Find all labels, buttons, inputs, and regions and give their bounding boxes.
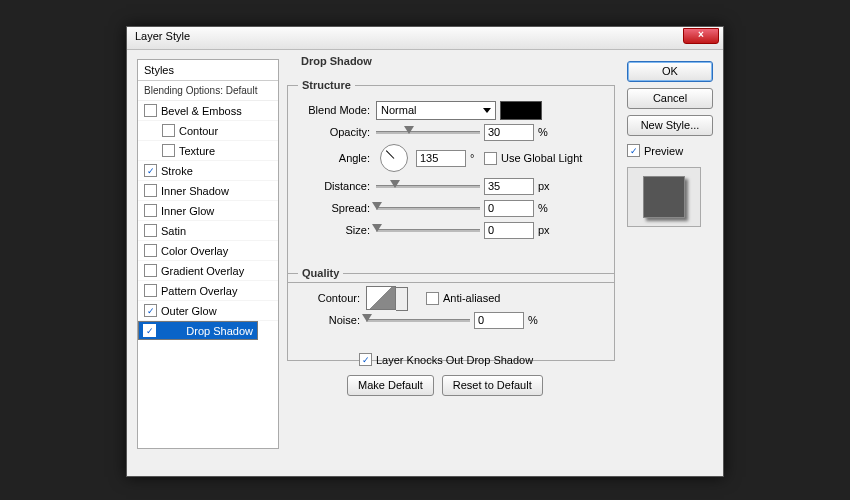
style-checkbox[interactable] xyxy=(162,144,175,157)
style-checkbox[interactable] xyxy=(162,124,175,137)
style-item-label: Inner Shadow xyxy=(161,185,229,197)
style-item-label: Bevel & Emboss xyxy=(161,105,242,117)
angle-dial[interactable] xyxy=(380,144,408,172)
preview-swatch xyxy=(643,176,685,218)
opacity-slider[interactable] xyxy=(376,125,480,139)
blend-mode-label: Blend Mode: xyxy=(298,104,372,116)
style-item-label: Inner Glow xyxy=(161,205,214,217)
style-item-gradient-overlay[interactable]: Gradient Overlay xyxy=(138,261,278,281)
structure-group: Structure Blend Mode: Normal Opacity: 30… xyxy=(287,79,615,283)
noise-input[interactable]: 0 xyxy=(474,312,524,329)
knockout-checkbox[interactable]: ✓ xyxy=(359,353,372,366)
blend-mode-select[interactable]: Normal xyxy=(376,101,496,120)
style-item-texture[interactable]: Texture xyxy=(138,141,278,161)
style-checkbox[interactable] xyxy=(144,264,157,277)
style-item-stroke[interactable]: ✓Stroke xyxy=(138,161,278,181)
cancel-button[interactable]: Cancel xyxy=(627,88,713,109)
reset-default-button[interactable]: Reset to Default xyxy=(442,375,543,396)
titlebar[interactable]: Layer Style × xyxy=(127,27,723,50)
style-checkbox[interactable] xyxy=(144,104,157,117)
style-item-color-overlay[interactable]: Color Overlay xyxy=(138,241,278,261)
dialog-title: Layer Style xyxy=(135,30,190,42)
distance-input[interactable]: 35 xyxy=(484,178,534,195)
styles-header[interactable]: Styles xyxy=(138,60,278,81)
spread-label: Spread: xyxy=(298,202,372,214)
contour-picker[interactable] xyxy=(366,286,396,310)
contour-label: Contour: xyxy=(298,292,362,304)
preview-checkbox[interactable]: ✓ xyxy=(627,144,640,157)
make-default-button[interactable]: Make Default xyxy=(347,375,434,396)
angle-input[interactable]: 135 xyxy=(416,150,466,167)
style-item-outer-glow[interactable]: ✓Outer Glow xyxy=(138,301,278,321)
new-style-button[interactable]: New Style... xyxy=(627,115,713,136)
style-checkbox[interactable]: ✓ xyxy=(144,164,157,177)
quality-group: Quality Contour: Anti-aliased Noise: 0 % xyxy=(287,267,615,361)
style-checkbox[interactable]: ✓ xyxy=(143,324,156,337)
chevron-down-icon xyxy=(401,295,407,299)
style-item-label: Outer Glow xyxy=(161,305,217,317)
style-item-inner-shadow[interactable]: Inner Shadow xyxy=(138,181,278,201)
knockout-row: ✓ Layer Knocks Out Drop Shadow xyxy=(359,353,533,366)
noise-label: Noise: xyxy=(298,314,362,326)
size-input[interactable]: 0 xyxy=(484,222,534,239)
knockout-label: Layer Knocks Out Drop Shadow xyxy=(376,354,533,366)
distance-label: Distance: xyxy=(298,180,372,192)
chevron-down-icon xyxy=(483,108,491,113)
preview-swatch-frame xyxy=(627,167,701,227)
style-checkbox[interactable] xyxy=(144,184,157,197)
global-light-checkbox[interactable] xyxy=(484,152,497,165)
ok-button[interactable]: OK xyxy=(627,61,713,82)
style-checkbox[interactable] xyxy=(144,224,157,237)
shadow-color-swatch[interactable] xyxy=(500,101,542,120)
styles-panel: Styles Blending Options: Default Bevel &… xyxy=(137,59,279,449)
style-item-drop-shadow[interactable]: ✓Drop Shadow xyxy=(138,321,258,340)
noise-slider[interactable] xyxy=(366,313,470,327)
size-label: Size: xyxy=(298,224,372,236)
antialiased-checkbox[interactable] xyxy=(426,292,439,305)
style-item-contour[interactable]: Contour xyxy=(138,121,278,141)
drop-shadow-section: Drop Shadow Structure Blend Mode: Normal… xyxy=(287,55,615,291)
opacity-input[interactable]: 30 xyxy=(484,124,534,141)
preview-label: Preview xyxy=(644,145,683,157)
style-item-label: Gradient Overlay xyxy=(161,265,244,277)
style-item-label: Pattern Overlay xyxy=(161,285,237,297)
style-item-satin[interactable]: Satin xyxy=(138,221,278,241)
quality-legend: Quality xyxy=(298,267,343,279)
style-item-label: Contour xyxy=(179,125,218,137)
style-checkbox[interactable] xyxy=(144,284,157,297)
close-button[interactable]: × xyxy=(683,28,719,44)
right-buttons: OK Cancel New Style... ✓ Preview xyxy=(627,61,713,227)
opacity-label: Opacity: xyxy=(298,126,372,138)
structure-legend: Structure xyxy=(298,79,355,91)
style-checkbox[interactable]: ✓ xyxy=(144,304,157,317)
style-checkbox[interactable] xyxy=(144,244,157,257)
style-item-label: Texture xyxy=(179,145,215,157)
style-item-label: Drop Shadow xyxy=(186,325,253,337)
style-item-label: Color Overlay xyxy=(161,245,228,257)
section-title: Drop Shadow xyxy=(297,55,376,67)
spread-slider[interactable] xyxy=(376,201,480,215)
layer-style-dialog: Layer Style × Styles Blending Options: D… xyxy=(126,26,724,477)
style-item-bevel-emboss[interactable]: Bevel & Emboss xyxy=(138,101,278,121)
distance-slider[interactable] xyxy=(376,179,480,193)
blending-options[interactable]: Blending Options: Default xyxy=(138,81,278,101)
style-item-label: Stroke xyxy=(161,165,193,177)
style-checkbox[interactable] xyxy=(144,204,157,217)
style-item-inner-glow[interactable]: Inner Glow xyxy=(138,201,278,221)
size-slider[interactable] xyxy=(376,223,480,237)
style-item-label: Satin xyxy=(161,225,186,237)
style-item-pattern-overlay[interactable]: Pattern Overlay xyxy=(138,281,278,301)
antialiased-label: Anti-aliased xyxy=(443,292,500,304)
global-light-label: Use Global Light xyxy=(501,152,582,164)
spread-input[interactable]: 0 xyxy=(484,200,534,217)
angle-label: Angle: xyxy=(298,152,372,164)
